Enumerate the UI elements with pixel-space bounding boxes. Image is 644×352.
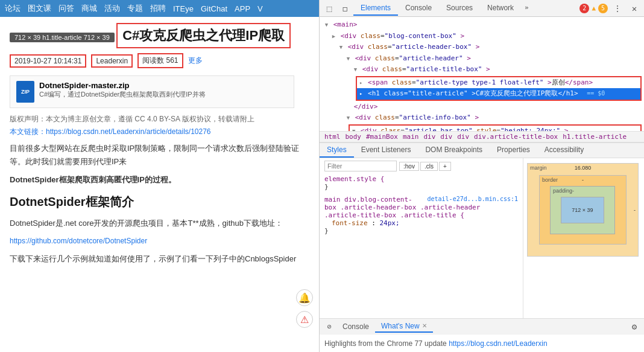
- devtools-right-icons: 2 ▲ 5 ⋮ ✕: [579, 1, 642, 16]
- content-layer: 712 × 39: [561, 197, 604, 223]
- console-label: Console: [343, 322, 369, 331]
- tab-event-listeners[interactable]: Event Listeners: [354, 143, 418, 158]
- css-rule-main: main div.blog-content- detail-e27d...b.m…: [324, 196, 518, 235]
- dom-line-main[interactable]: ▼ <main>: [320, 19, 644, 31]
- dom-line-h1[interactable]: ▸ <h1 class="title-article" >C#攻克反爬虫之代理I…: [357, 88, 640, 100]
- console-error-icon[interactable]: ⊘: [322, 319, 336, 334]
- devtools-main-tabs: Elements Console Sources Network »: [353, 1, 532, 16]
- nav-shangcheng[interactable]: 商城: [81, 3, 97, 14]
- zip-icon: ZIP: [16, 81, 34, 103]
- filter-input[interactable]: [324, 161, 397, 171]
- meta-row: 2019-10-27 10:14:31 Leaderxin 阅读数 561 更多: [10, 53, 309, 68]
- meta-more[interactable]: 更多: [188, 56, 203, 66]
- warning-icon[interactable]: ⚠: [296, 311, 313, 328]
- section-heading: DotnetSpider框架简介: [10, 191, 303, 212]
- breadcrumb-h1[interactable]: h1.title-article: [563, 133, 627, 141]
- para3: DotnetSpider是.net core开发的开源爬虫项目，基本T**成熟，…: [10, 217, 303, 230]
- notice-link[interactable]: 本文链接：https://blog.csdn.net/Leaderxin/art…: [10, 127, 309, 137]
- close-icon[interactable]: ✕: [627, 1, 642, 16]
- dom-line-blog-content[interactable]: ▶ <div class="blog-content-box" >: [320, 31, 644, 42]
- file-box[interactable]: ZIP DotnetSpider-master.zip C#编写，通过Dotne…: [10, 75, 294, 108]
- styles-left: :hov .cls + element.style { } main div.b…: [320, 158, 523, 318]
- breadcrumb-html[interactable]: html: [324, 133, 341, 141]
- css-source[interactable]: detail-e27d...b.min.css:1: [427, 196, 518, 202]
- dom-line-article-header-box[interactable]: ▼ <div class="article-header-box" >: [320, 42, 644, 53]
- dom-line-article-header[interactable]: ▼ <div class="article-header" >: [320, 53, 644, 65]
- file-name: DotnetSpider-master.zip: [39, 81, 206, 90]
- para-more: 下载下来运行几个示例就知道如何使用了，示例了们看一下列子中的CnblogsSpi…: [10, 252, 303, 266]
- devtools-panel: ⬚ ◻ Elements Console Sources Network » 2…: [320, 0, 644, 352]
- dom-highlighted-block2: ▼ <div class="article-bar-top" style="he…: [349, 124, 642, 132]
- hov-button[interactable]: :hov: [399, 162, 419, 171]
- tab-sources[interactable]: Sources: [439, 1, 480, 16]
- nav-wenda[interactable]: 问答: [58, 3, 74, 14]
- breadcrumb-div1[interactable]: div: [423, 133, 435, 141]
- breadcrumb-mainbox[interactable]: #mainBox: [366, 133, 398, 141]
- styles-panel: :hov .cls + element.style { } main div.b…: [320, 158, 644, 318]
- tab-console[interactable]: Console: [398, 1, 439, 16]
- meta-date: 2019-10-27 10:14:31: [10, 54, 86, 68]
- bell-icon[interactable]: 🔔: [296, 289, 313, 306]
- css-selector-cont2: .article-title-box .article-title {: [324, 211, 464, 219]
- file-info: DotnetSpider-master.zip C#编写，通过DotnetSpi…: [39, 81, 206, 99]
- breadcrumb-bar: html body #mainBox main div div div div.…: [320, 132, 644, 142]
- file-desc: C#编写，通过DotnetSpider爬虫框架爬取西刺代理IP并将: [39, 90, 206, 99]
- tab-network[interactable]: Network: [480, 1, 521, 16]
- bottom-tabs: Styles Event Listeners DOM Breakpoints P…: [320, 142, 644, 158]
- nav-gitchat[interactable]: GitChat: [201, 4, 227, 13]
- add-button[interactable]: +: [439, 162, 451, 171]
- nav-huodong[interactable]: 活动: [104, 3, 120, 14]
- article-title: C#攻克反爬虫之代理IP爬取: [122, 28, 285, 43]
- dom-line-article-info-box[interactable]: ▼ <div class="article-info-box" >: [320, 112, 644, 124]
- tab-elements[interactable]: Elements: [353, 1, 398, 16]
- error-count-badge: 2: [579, 4, 589, 13]
- meta-author[interactable]: Leaderxin: [91, 54, 133, 68]
- nav-iteye[interactable]: ITEye: [173, 4, 194, 13]
- nav-zhaopin[interactable]: 招聘: [150, 3, 166, 14]
- tab-properties[interactable]: Properties: [490, 143, 537, 158]
- ellipsis-icon[interactable]: ⋮: [610, 1, 625, 16]
- breadcrumb-div2[interactable]: div: [440, 133, 452, 141]
- nav-v[interactable]: V: [257, 4, 263, 13]
- content-size: 712 × 39: [572, 207, 593, 213]
- console-link[interactable]: https://blog.csdn.net/Leaderxin: [449, 339, 547, 348]
- margin-label: margin: [530, 165, 547, 171]
- css-rule-element: element.style { }: [324, 175, 518, 191]
- box-select-icon[interactable]: ◻: [338, 1, 352, 16]
- dom-line-close-div1[interactable]: </div>: [320, 101, 644, 113]
- cursor-icon[interactable]: ⬚: [322, 1, 336, 16]
- dom-tree[interactable]: ▼ <main> ▶ <div class="blog-content-box"…: [320, 17, 644, 132]
- filter-row: :hov .cls +: [324, 161, 518, 171]
- para2-bold: DotnetSpider框架爬取西刺高匿代理IP的过程。: [10, 173, 303, 187]
- breadcrumb-div3[interactable]: div: [457, 133, 469, 141]
- github-link[interactable]: https://github.com/dotnetcore/DotnetSpid…: [10, 235, 303, 247]
- tooltip-label: h1.title-article 712 × 39: [42, 34, 110, 41]
- dom-line-article-bar-top[interactable]: ▼ <div class="article-bar-top" style="he…: [350, 126, 640, 132]
- border-value: -: [582, 177, 584, 183]
- css-font-size-prop: font-size: [324, 219, 368, 227]
- nav-forum[interactable]: 论坛: [5, 3, 21, 14]
- console-tab[interactable]: Console: [336, 321, 375, 332]
- dom-line-span-type[interactable]: ▸ <span class="article-type type-1 float…: [357, 77, 640, 89]
- whatsnew-tab[interactable]: What's New ✕: [375, 321, 433, 333]
- whatsnew-close[interactable]: ✕: [422, 322, 427, 329]
- tab-styles[interactable]: Styles: [320, 143, 354, 158]
- breadcrumb-body[interactable]: body: [346, 133, 362, 141]
- tab-accessibility[interactable]: Accessibility: [537, 143, 591, 158]
- padding-label: padding-: [553, 188, 574, 194]
- tab-dom-breakpoints[interactable]: DOM Breakpoints: [418, 143, 490, 158]
- top-nav: 论坛 图文课 问答 商城 活动 专题 招聘 ITEye GitChat APP …: [0, 0, 319, 17]
- dom-line-article-title-box[interactable]: ▼ <div class="article-title-box" >: [320, 64, 644, 75]
- nav-tuwen[interactable]: 图文课: [28, 3, 51, 14]
- breadcrumb-main[interactable]: main: [403, 133, 419, 141]
- tabs-more[interactable]: »: [521, 1, 532, 16]
- article-body: 目前很多大型网站在反爬虫时采取IP限制策略，限制同一个请求次数后强制登陆验证等。…: [10, 142, 309, 266]
- nav-zhuanti[interactable]: 专题: [127, 3, 143, 14]
- devtools-toolbar: ⬚ ◻ Elements Console Sources Network » 2…: [320, 0, 644, 17]
- nav-app[interactable]: APP: [235, 4, 250, 13]
- tooltip-box: 712 × 39 h1.title-article 712 × 39: [10, 33, 115, 42]
- console-settings-icon[interactable]: ⚙: [627, 319, 642, 334]
- breadcrumb-article-title-box[interactable]: div.article-title-box: [474, 133, 558, 141]
- cls-button[interactable]: .cls: [420, 162, 438, 171]
- bottom-icons: 🔔 ⚠: [296, 289, 313, 328]
